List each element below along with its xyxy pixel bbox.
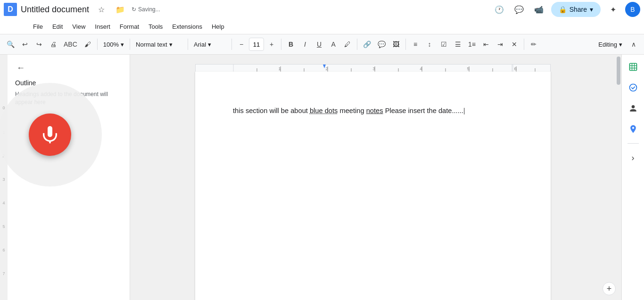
- svg-rect-23: [629, 64, 636, 71]
- share-button[interactable]: 🔒 Share ▾: [551, 2, 601, 17]
- menu-tools[interactable]: Tools: [144, 21, 167, 32]
- toolbar-separator-1: [97, 39, 98, 50]
- meet-button[interactable]: 📹: [531, 2, 546, 17]
- document-content[interactable]: this section will be about blue dots mee…: [233, 105, 513, 116]
- print-button[interactable]: 🖨: [47, 37, 60, 52]
- collapse-toolbar-button[interactable]: ∧: [627, 37, 640, 52]
- user-avatar[interactable]: B: [625, 2, 640, 17]
- font-arrow: ▾: [208, 41, 211, 48]
- ruler-svg: 1 2 3 4 5 6: [196, 65, 551, 72]
- image-button[interactable]: 🖼: [389, 37, 403, 52]
- paint-format-button[interactable]: 🖌: [81, 37, 94, 52]
- increase-indent-button[interactable]: ⇥: [494, 37, 507, 52]
- doc-text: this section will be about: [233, 107, 310, 114]
- style-selector[interactable]: Normal text ▾: [133, 37, 185, 52]
- svg-text:6: 6: [514, 66, 516, 71]
- sheets-icon-svg: [628, 62, 638, 72]
- vertical-scrollbar-track[interactable]: +: [616, 55, 621, 300]
- font-size-increase-button[interactable]: +: [265, 37, 278, 52]
- numbered-list-button[interactable]: 1≡: [465, 37, 479, 52]
- align-button[interactable]: ≡: [409, 37, 422, 52]
- vertical-scrollbar-thumb[interactable]: [617, 57, 620, 85]
- outline-title: Outline: [13, 79, 124, 87]
- menu-file[interactable]: File: [28, 21, 48, 32]
- menu-view[interactable]: View: [67, 21, 90, 32]
- zoom-selector[interactable]: 100% ▾: [100, 37, 127, 52]
- style-value: Normal text: [136, 41, 167, 48]
- font-selector[interactable]: Arial ▾: [191, 37, 229, 52]
- zoom-arrow: ▾: [121, 41, 124, 48]
- svg-text:2: 2: [325, 66, 328, 71]
- title-section: Untitled document ☆ 📁 ↻ Saving...: [21, 2, 488, 17]
- toolbar-separator-5: [281, 39, 281, 50]
- font-size-input[interactable]: [249, 38, 264, 51]
- input-mode-button[interactable]: ✏: [527, 37, 540, 52]
- sidebar-back-button[interactable]: ←: [13, 60, 28, 75]
- text-color-button[interactable]: A: [327, 37, 340, 52]
- right-panel-tasks-icon[interactable]: [625, 79, 642, 96]
- right-panel: ›: [621, 55, 644, 300]
- toolbar-separator-3: [188, 39, 188, 50]
- font-size-decrease-button[interactable]: −: [235, 37, 248, 52]
- spellcheck-button[interactable]: ABC: [61, 37, 80, 52]
- doc-title-row: Untitled document ☆ 📁 ↻ Saving...: [21, 2, 488, 17]
- menu-extensions[interactable]: Extensions: [167, 21, 207, 32]
- left-margin: 0 1 2 3 4 5 6 7: [0, 55, 8, 300]
- right-panel-people-icon[interactable]: [625, 100, 642, 117]
- style-arrow: ▾: [169, 41, 173, 48]
- doc-text-meeting: meeting: [338, 107, 366, 114]
- bulleted-list-button[interactable]: ☰: [451, 37, 464, 52]
- title-bar: D Untitled document ☆ 📁 ↻ Saving... 🕐 💬 …: [0, 0, 644, 19]
- saving-text-label: Saving...: [138, 6, 160, 13]
- toolbar-separator-8: [524, 39, 524, 50]
- microphone-button[interactable]: [29, 114, 71, 156]
- maps-icon-svg: [628, 124, 638, 134]
- decrease-indent-button[interactable]: ⇤: [479, 37, 493, 52]
- gemini-button[interactable]: ✦: [605, 2, 620, 17]
- checklist-button[interactable]: ☑: [437, 37, 450, 52]
- svg-rect-22: [512, 65, 513, 72]
- link-button[interactable]: 🔗: [360, 37, 374, 52]
- lock-icon: 🔒: [559, 6, 567, 13]
- italic-button[interactable]: I: [298, 37, 312, 52]
- menu-format[interactable]: Format: [115, 21, 144, 32]
- svg-text:3: 3: [372, 66, 375, 71]
- right-panel-expand-button[interactable]: ›: [625, 149, 642, 166]
- toolbar-separator-2: [130, 39, 130, 50]
- underline-button[interactable]: U: [313, 37, 326, 52]
- redo-button[interactable]: ↪: [33, 37, 46, 52]
- star-button[interactable]: ☆: [94, 2, 109, 17]
- saving-status: ↻ Saving...: [132, 6, 160, 13]
- bold-button[interactable]: B: [284, 37, 297, 52]
- zoom-value: 100%: [103, 41, 119, 48]
- undo-button[interactable]: ↩: [18, 37, 32, 52]
- menu-edit[interactable]: Edit: [48, 21, 67, 32]
- doc-title-text[interactable]: Untitled document: [21, 5, 89, 15]
- line-spacing-button[interactable]: ↕: [423, 37, 436, 52]
- svg-text:1: 1: [278, 66, 281, 71]
- comments-button[interactable]: 💬: [512, 2, 527, 17]
- microphone-icon: [41, 125, 59, 144]
- search-button[interactable]: 🔍: [4, 37, 17, 52]
- move-to-folder-button[interactable]: 📁: [113, 2, 128, 17]
- menu-insert[interactable]: Insert: [90, 21, 115, 32]
- document-page[interactable]: this section will be about blue dots mee…: [195, 72, 551, 300]
- docs-logo: D: [4, 3, 17, 16]
- right-panel-sheets-icon[interactable]: [625, 58, 642, 75]
- toolbar-separator-6: [357, 39, 357, 50]
- editing-mode-selector[interactable]: Editing ▾: [594, 37, 626, 52]
- document-area[interactable]: 1 2 3 4 5 6 this section will be about b…: [130, 55, 616, 300]
- text-cursor: [463, 107, 465, 114]
- menu-help[interactable]: Help: [207, 21, 229, 32]
- highlight-button[interactable]: 🖊: [341, 37, 354, 52]
- history-button[interactable]: 🕐: [492, 2, 507, 17]
- right-panel-maps-icon[interactable]: [625, 121, 642, 138]
- comment-button[interactable]: 💬: [375, 37, 388, 52]
- svg-text:5: 5: [467, 66, 469, 71]
- share-label: Share: [570, 6, 587, 13]
- title-icons: ☆ 📁 ↻ Saving...: [94, 2, 160, 17]
- share-dropdown-arrow: ▾: [590, 6, 593, 13]
- main-layout: 0 1 2 3 4 5 6 7 ← Outline Headings added…: [0, 55, 644, 300]
- zoom-in-page-button[interactable]: +: [603, 282, 616, 295]
- clear-formatting-button[interactable]: ✕: [508, 37, 521, 52]
